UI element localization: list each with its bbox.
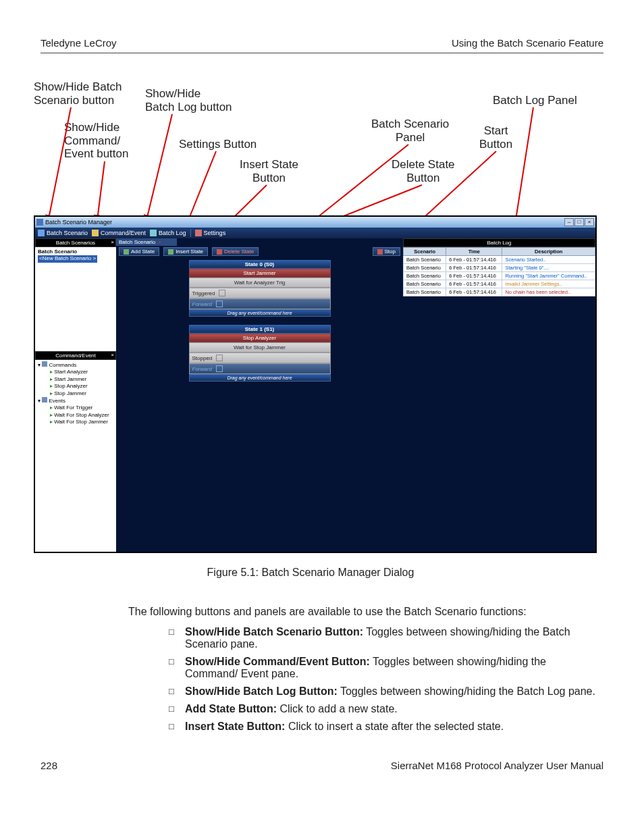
command-event-tree[interactable]: ▾ Commands ▸ Start Analyzer▸ Start Jamme… [35,360,116,552]
tree-root: Batch Scenario [38,249,113,255]
state1-wait: Wait for Stop Jammer [189,342,331,353]
insert-icon [168,249,173,255]
callout-showhide-cmd: Show/HideCommand/Event button [64,121,128,161]
chip-icon [219,290,225,296]
app-icon [36,219,43,226]
table-row: Batch Scenario6 Feb - 01:57:14.416Scenar… [404,256,595,264]
svg-line-2 [145,114,172,226]
add-icon [124,249,129,255]
state1-header: State 1 (S1) [189,325,331,334]
window-close-button[interactable]: × [585,218,594,226]
state0-forward: Forward [189,298,331,309]
scenario-tab[interactable]: Batch Scenario× [116,238,177,246]
page-footer: 228 SierraNet M168 Protocol Analyzer Use… [41,760,603,771]
window-title: Batch Scenario Manager [45,219,112,226]
table-row: Batch Scenario6 Feb - 01:57:14.416Starti… [404,264,595,272]
batch-scenario-panel: Batch Scenario× Add State Insert State D… [116,238,403,552]
window-minimize-button[interactable]: – [564,218,574,226]
chip-icon [216,355,223,361]
batch-log-header: Batch Log [403,238,595,247]
callout-settings: Settings Button [179,138,257,151]
command-item[interactable]: ▸ Stop Analyzer [50,383,113,390]
stop-start-button[interactable]: Stop [373,247,400,256]
col-scenario: Scenario [404,248,446,256]
state0-wait: Wait for Analyzer Trig [189,278,331,288]
tree-item[interactable]: <New Batch Scenario > [38,255,97,262]
callout-batch-scenario-panel-top: Batch ScenarioPanel [371,118,449,144]
evt-list: ▸ Wait For Trigger▸ Wait For Stop Analyz… [38,405,113,425]
left-sidebar: Batch Scenarios× Batch Scenario <New Bat… [35,238,116,552]
batch-scenario-icon [38,230,45,236]
header-left: Teledyne LeCroy [41,37,117,49]
state1-panel[interactable]: State 1 (S1) Stop Analyzer Wait for Stop… [189,325,331,382]
command-item[interactable]: ▸ Start Analyzer [50,369,113,375]
command-item[interactable]: ▸ Start Jammer [50,376,113,383]
state1-command: Stop Analyzer [189,334,331,342]
callout-batch-log-panel: Batch Log Panel [493,94,577,107]
header-rule [41,53,603,53]
delete-icon [217,249,222,255]
window-titlebar[interactable]: Batch Scenario Manager – □ × [35,217,595,228]
dropbar[interactable]: Drag any event/command here [189,374,331,382]
col-time: Time [446,248,502,256]
chip-icon [216,301,223,307]
scenario-toolbar: Add State Insert State Delete State Stop [116,246,403,257]
event-item[interactable]: ▸ Wait For Stop Analyzer [50,412,113,419]
settings-button[interactable]: Settings [195,230,226,236]
close-icon[interactable]: × [111,239,114,245]
cmd-list: ▸ Start Analyzer▸ Start Jammer▸ Stop Ana… [38,369,113,397]
command-event-header: Command/Event× [35,351,116,360]
page-header: Teledyne LeCroy Using the Batch Scenario… [41,37,603,49]
showhide-command-event-button[interactable]: Command/Event [92,230,146,236]
tab-close-icon[interactable]: × [158,239,161,245]
event-item[interactable]: ▸ Wait For Trigger [50,405,113,411]
header-right: Using the Batch Scenario Feature [452,37,603,49]
callout-showhide-batch: Show/Hide BatchScenario button [34,80,122,107]
batch-log-icon [150,230,157,236]
list-item: Show/Hide Batch Log Button: Toggles betw… [169,685,601,698]
batch-scenarios-tree[interactable]: Batch Scenario <New Batch Scenario > [35,247,116,351]
batch-scenarios-header: Batch Scenarios× [35,238,116,247]
state0-command: Start Jammer [189,269,331,278]
callout-delete-state: Delete StateButton [392,158,455,184]
showhide-batch-scenario-button[interactable]: Batch Scenario [38,230,88,236]
intro-paragraph: The following buttons and panels are ava… [128,606,601,618]
insert-state-button[interactable]: Insert State [163,247,208,256]
list-item: Show/Hide Batch Scenario Button: Toggles… [169,626,601,650]
stop-icon [377,249,383,255]
manual-title: SierraNet M168 Protocol Analyzer User Ma… [391,760,603,771]
callout-insert-state: Insert StateButton [240,158,298,184]
showhide-batch-log-button[interactable]: Batch Log [150,230,186,236]
add-state-button[interactable]: Add State [119,247,159,256]
page-number: 228 [41,760,57,771]
callout-showhide-log: Show/HideBatch Log button [145,87,232,113]
batch-scenario-manager-window: Batch Scenario Manager – □ × Batch Scena… [34,215,597,553]
state0-panel[interactable]: State 0 (S0) Start Jammer Wait for Analy… [189,260,331,317]
command-item[interactable]: ▸ Stop Jammer [50,390,113,397]
delete-state-button[interactable]: Delete State [212,247,259,256]
close-icon[interactable]: × [111,352,114,358]
command-event-icon [92,230,99,236]
list-item: Show/Hide Command/Event Button: Toggles … [169,656,601,680]
state1-stopped: Stopped [189,353,331,363]
table-row: Batch Scenario6 Feb - 01:57:14.416No cha… [404,288,595,296]
table-row: Batch Scenario6 Feb - 01:57:14.416Runnin… [404,272,595,280]
settings-icon [195,230,202,236]
list-item: Insert State Button: Click to insert a s… [169,721,601,733]
window-maximize-button[interactable]: □ [574,218,584,226]
state1-forward: Forward [189,363,331,374]
table-row: Batch Scenario6 Feb - 01:57:14.416Invali… [404,280,595,288]
batch-log-table: Scenario Time Description Batch Scenario… [403,247,595,296]
bullet-list: Show/Hide Batch Scenario Button: Toggles… [169,626,601,733]
callout-start: StartButton [479,124,512,151]
figure-area: Show/Hide BatchScenario button Show/Hide… [34,80,597,553]
event-item[interactable]: ▸ Wait For Stop Jammer [50,419,113,425]
state0-header: State 0 (S0) [189,260,331,269]
batch-log-panel: Batch Log Scenario Time Description Batc… [403,238,595,552]
dropbar[interactable]: Drag any event/command here [189,309,331,317]
main-menubar: Batch Scenario Command/Event Batch Log S… [35,228,595,238]
chip-icon [216,365,223,372]
state0-triggered: Triggered [189,288,331,298]
figure-caption: Figure 5.1: Batch Scenario Manager Dialo… [128,567,493,579]
col-desc: Description [502,248,595,256]
